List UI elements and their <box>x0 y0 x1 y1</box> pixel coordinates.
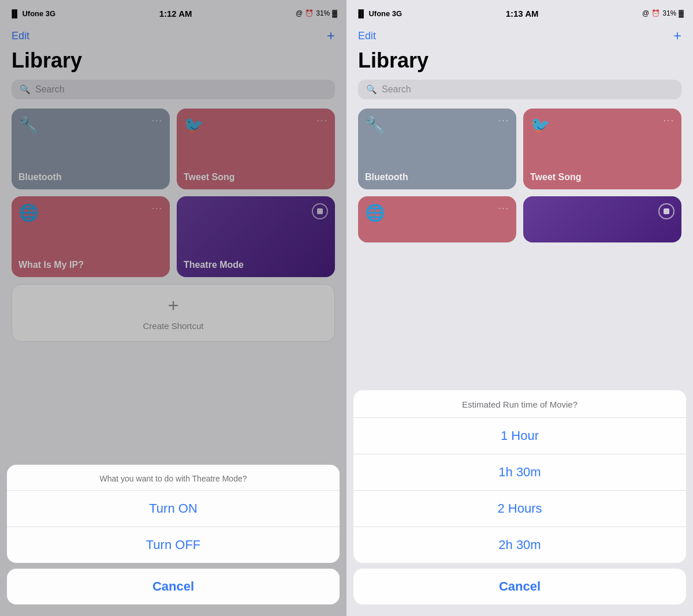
right-action-sheet: Estimated Run time of Movie? 1 Hour 1h 3… <box>346 390 693 616</box>
right-sheet-title: Estimated Run time of Movie? <box>353 390 686 418</box>
left-turn-on-button[interactable]: Turn ON <box>7 491 340 527</box>
right-option-2hours[interactable]: 2 Hours <box>353 490 686 527</box>
left-action-sheet: What you want to do with Theatre Mode? T… <box>0 465 346 616</box>
left-cancel-button[interactable]: Cancel <box>7 569 340 604</box>
right-sheet-list: Estimated Run time of Movie? 1 Hour 1h 3… <box>353 390 686 563</box>
right-option-1h30m[interactable]: 1h 30m <box>353 454 686 490</box>
left-phone-panel: ▐▌ Ufone 3G 1:12 AM @ ⏰ 31% ▓ Edit + Lib… <box>0 0 346 616</box>
left-sheet-main: What you want to do with Theatre Mode? T… <box>7 465 340 563</box>
right-option-2h30m[interactable]: 2h 30m <box>353 527 686 563</box>
left-sheet-title: What you want to do with Theatre Mode? <box>7 465 340 491</box>
right-option-1hour[interactable]: 1 Hour <box>353 418 686 454</box>
right-phone-panel: ▐▌ Ufone 3G 1:13 AM @ ⏰ 31% ▓ Edit + Lib… <box>346 0 693 616</box>
left-turn-off-button[interactable]: Turn OFF <box>7 527 340 563</box>
right-cancel-button[interactable]: Cancel <box>353 569 686 604</box>
